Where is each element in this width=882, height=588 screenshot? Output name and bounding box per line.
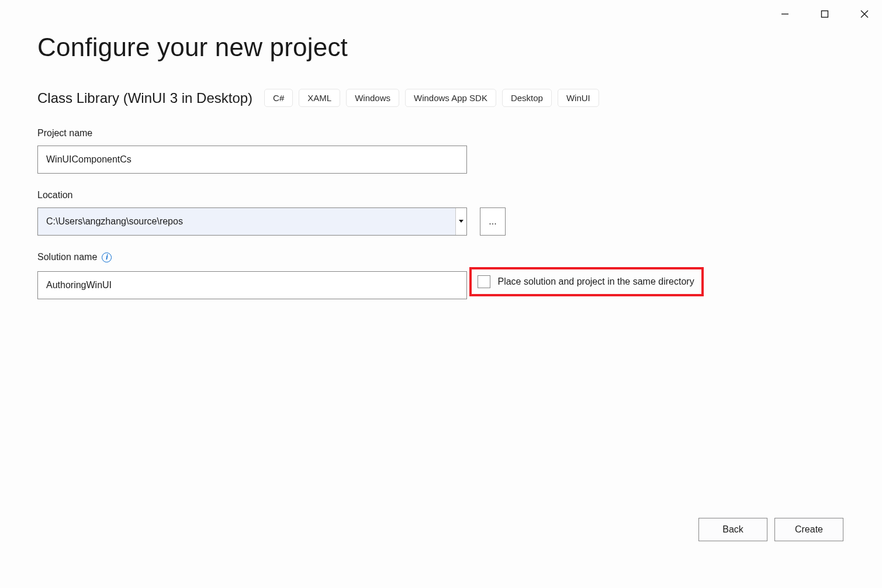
- template-tag: Windows App SDK: [405, 89, 496, 107]
- create-button[interactable]: Create: [774, 518, 843, 541]
- location-value: C:\Users\angzhang\source\repos: [38, 216, 455, 227]
- location-dropdown-button[interactable]: [455, 208, 466, 235]
- project-name-label: Project name: [37, 128, 845, 139]
- location-label: Location: [37, 190, 845, 200]
- info-icon[interactable]: i: [102, 253, 112, 262]
- close-icon: [860, 9, 869, 19]
- browse-location-button[interactable]: ...: [480, 207, 506, 236]
- maximize-button[interactable]: [813, 5, 836, 23]
- minimize-icon: [781, 10, 789, 18]
- template-tag: Windows: [346, 89, 399, 107]
- close-button[interactable]: [853, 5, 876, 23]
- template-tag: WinUI: [558, 89, 599, 107]
- back-button[interactable]: Back: [698, 518, 767, 541]
- svg-rect-1: [822, 11, 828, 18]
- same-directory-checkbox[interactable]: [478, 275, 490, 288]
- template-tag: C#: [264, 89, 293, 107]
- same-directory-label: Place solution and project in the same d…: [497, 276, 694, 287]
- project-name-input[interactable]: [37, 146, 467, 174]
- solution-name-input[interactable]: [37, 271, 467, 299]
- template-tag: Desktop: [502, 89, 552, 107]
- location-combobox[interactable]: C:\Users\angzhang\source\repos: [37, 207, 467, 236]
- template-tag: XAML: [299, 89, 340, 107]
- solution-name-label: Solution name: [37, 252, 97, 262]
- chevron-down-icon: [459, 220, 464, 223]
- highlighted-same-directory-option: Place solution and project in the same d…: [469, 267, 703, 296]
- page-title: Configure your new project: [37, 33, 845, 62]
- maximize-icon: [821, 10, 829, 18]
- minimize-button[interactable]: [773, 5, 797, 23]
- template-name: Class Library (WinUI 3 in Desktop): [37, 90, 253, 106]
